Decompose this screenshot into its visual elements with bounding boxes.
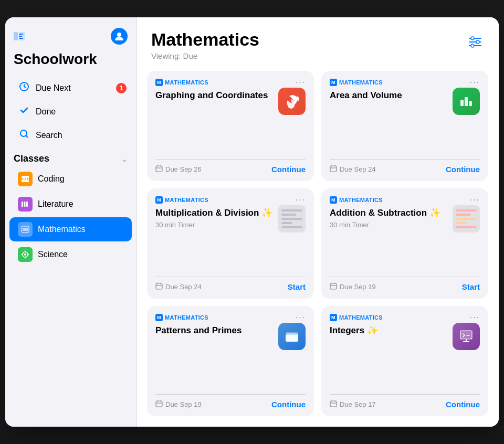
svg-rect-13 [23,228,28,231]
card-title: Patterns and Primes [155,325,273,336]
nav-search[interactable]: Search [9,124,132,146]
mathematics-class-icon [18,222,33,237]
done-label: Done [36,107,56,117]
assignment-card-integers[interactable]: M MATHEMATICS ··· Integers ✨ [321,306,488,416]
due-date: Due Sep 17 [330,400,376,409]
card-info: Patterns and Primes [155,325,273,339]
continue-button[interactable]: Continue [271,400,306,409]
card-title: Addition & Subtraction ✨ [330,207,447,219]
sidebar-item-literature[interactable]: Literature [9,192,132,216]
subject-label: MATHEMATICS [339,197,383,203]
nav-due-next[interactable]: Due Next 1 [9,77,132,99]
card-subject: M MATHEMATICS [330,196,383,204]
sidebar-toggle-button[interactable] [14,31,25,41]
due-date: Due Sep 19 [330,282,376,291]
subject-label: MATHEMATICS [165,197,208,203]
assignment-card-area-volume[interactable]: M MATHEMATICS ··· Area and Volume [321,71,488,181]
svg-rect-26 [469,101,472,106]
svg-rect-24 [460,100,464,106]
card-menu-button[interactable]: ··· [296,78,306,87]
card-title: Integers ✨ [330,325,447,336]
continue-button[interactable]: Continue [446,400,480,409]
card-footer: Due Sep 19 Start [330,277,480,291]
card-header: M MATHEMATICS ··· [155,313,306,322]
search-label: Search [36,131,62,140]
assignment-card-patterns[interactable]: M MATHEMATICS ··· Patterns and Primes [147,306,314,416]
card-subject: M MATHEMATICS [155,314,208,321]
science-class-icon [18,247,33,262]
card-menu-button[interactable]: ··· [296,196,306,204]
svg-point-21 [471,44,474,47]
card-footer: Due Sep 19 Continue [155,394,306,409]
card-header: M MATHEMATICS ··· [330,196,480,204]
app-window: Schoolwork Due Next 1 Done [5,17,499,427]
card-header: M MATHEMATICS ··· [155,78,306,87]
sidebar-item-mathematics[interactable]: Mathematics [9,217,132,241]
assignment-card-graphing[interactable]: M MATHEMATICS ··· Graphing and Coordinat… [147,71,314,181]
card-subtitle: 30 min Timer [330,221,447,229]
card-info: Multiplication & Division ✨ 30 min Timer [155,207,273,229]
svg-rect-25 [465,97,468,106]
card-menu-button[interactable]: ··· [296,313,306,322]
card-subject: M MATHEMATICS [155,79,208,86]
coding-class-icon [18,172,33,186]
science-label: Science [38,250,68,259]
subject-label: MATHEMATICS [165,314,208,321]
calendar-icon [155,165,163,174]
subject-icon: M [330,196,337,204]
svg-rect-9 [22,202,23,207]
sidebar-item-science[interactable]: Science [9,242,132,267]
user-avatar[interactable] [111,28,128,45]
continue-button[interactable]: Continue [446,165,480,174]
subject-label: MATHEMATICS [339,79,383,86]
card-body: Addition & Subtraction ✨ 30 min Timer [330,207,480,270]
svg-point-15 [24,253,26,256]
nav-done[interactable]: Done [9,100,132,123]
card-menu-button[interactable]: ··· [470,313,480,322]
card-body: Integers ✨ [330,325,480,388]
card-footer: Due Sep 24 Continue [330,159,480,174]
files-app-icon [278,323,306,350]
card-body: Graphing and Coordinates [155,90,306,153]
card-header: M MATHEMATICS ··· [330,313,480,322]
subject-icon: M [155,79,163,86]
page-title: Mathematics [151,30,259,49]
svg-rect-33 [156,401,162,407]
classes-section-header: Classes ⌄ [5,147,136,166]
card-header: M MATHEMATICS ··· [155,196,306,204]
filter-button[interactable] [466,34,484,53]
card-menu-button[interactable]: ··· [470,78,480,87]
due-date: Due Sep 19 [155,400,202,409]
assignment-card-addition[interactable]: M MATHEMATICS ··· Addition & Subtraction… [321,188,488,299]
due-date: Due Sep 24 [330,165,376,174]
svg-point-5 [117,33,121,37]
card-menu-button[interactable]: ··· [470,196,480,204]
start-button[interactable]: Start [288,282,306,291]
svg-rect-29 [330,283,337,289]
continue-button[interactable]: Continue [271,165,306,174]
subject-icon: M [330,79,337,86]
svg-rect-0 [14,32,18,40]
card-title: Area and Volume [330,90,447,101]
svg-rect-34 [460,331,472,339]
due-next-icon [18,81,30,94]
start-button[interactable]: Start [462,282,480,291]
viewing-label: Viewing: Due [151,51,259,60]
sidebar-item-coding[interactable]: Coding [9,167,132,191]
card-body: Patterns and Primes [155,325,306,388]
search-icon [18,129,30,142]
card-body: Multiplication & Division ✨ 30 min Timer [155,207,306,270]
classes-chevron-icon[interactable]: ⌄ [121,155,128,163]
card-info: Area and Volume [330,90,447,103]
assignment-card-multiplication[interactable]: M MATHEMATICS ··· Multiplication & Divis… [147,188,314,299]
svg-rect-38 [330,401,337,407]
card-footer: Due Sep 24 Start [155,277,306,291]
subject-label: MATHEMATICS [165,79,208,86]
app-title: Schoolwork [5,49,136,76]
card-title: Graphing and Coordinates [155,90,273,101]
calendar-icon [330,282,337,291]
card-subject: M MATHEMATICS [155,196,208,204]
numbers-app-icon [453,88,480,115]
svg-rect-22 [156,166,162,172]
classes-section-title: Classes [14,153,49,164]
